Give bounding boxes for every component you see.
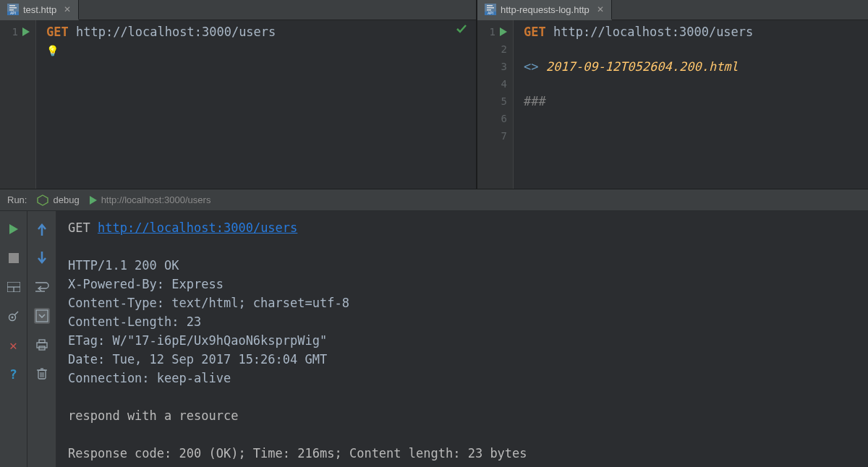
- run-panel: ✕ ? GET http://localhost:3000/users HTTP…: [0, 211, 868, 467]
- help-button[interactable]: ?: [6, 366, 22, 382]
- editor-body-right[interactable]: 1 2 3 4 5 6 7 GET http://localhost:3000/…: [477, 20, 868, 189]
- scroll-to-end-icon[interactable]: [34, 308, 50, 324]
- line-number: 4: [501, 78, 507, 90]
- line-number: 2: [501, 43, 507, 55]
- svg-point-22: [11, 317, 13, 319]
- close-icon[interactable]: ✕: [64, 4, 71, 14]
- gutter-left: 1: [0, 20, 36, 189]
- svg-rect-4: [9, 7, 17, 9]
- svg-line-21: [14, 312, 18, 315]
- tab-test-http[interactable]: API test.http ✕: [0, 0, 79, 20]
- console-header: Date: Tue, 12 Sep 2017 15:26:04 GMT: [68, 352, 327, 367]
- svg-marker-14: [38, 195, 48, 205]
- line-number: 3: [501, 61, 507, 72]
- svg-rect-12: [487, 9, 491, 11]
- tab-label: http-requests-log.http: [501, 4, 590, 15]
- console-url-link[interactable]: http://localhost:3000/users: [98, 220, 297, 235]
- code-area-right[interactable]: GET http://localhost:3000/users <> 2017-…: [514, 20, 868, 189]
- run-url[interactable]: http://localhost:3000/users: [101, 194, 211, 205]
- line-number: 1: [490, 26, 495, 38]
- run-icon[interactable]: [22, 27, 30, 36]
- svg-rect-10: [487, 5, 493, 7]
- console-header: X-Powered-By: Express: [68, 277, 224, 291]
- print-icon[interactable]: [34, 337, 50, 353]
- console-header: Content-Length: 23: [68, 314, 201, 329]
- svg-text:API: API: [488, 11, 493, 15]
- svg-marker-13: [500, 27, 507, 36]
- svg-rect-27: [37, 343, 47, 348]
- svg-rect-11: [487, 7, 494, 9]
- layout-icon[interactable]: [6, 279, 22, 295]
- code-area-left[interactable]: GET http://localhost:3000/users 💡: [36, 20, 476, 189]
- run-icon: [90, 196, 97, 205]
- line-number: 5: [501, 95, 507, 107]
- run-label: Run:: [7, 194, 27, 205]
- svg-rect-5: [9, 9, 14, 11]
- trash-icon[interactable]: [34, 366, 50, 382]
- rerun-button[interactable]: [6, 221, 22, 237]
- console-header: ETag: W/"17-i6pE/Ux9hQaoN6ksprpWig": [68, 333, 327, 348]
- check-icon[interactable]: [456, 23, 467, 35]
- http-method: GET: [46, 25, 69, 39]
- svg-marker-15: [90, 196, 97, 205]
- separator: ###: [524, 94, 546, 108]
- stop-button[interactable]: [6, 250, 22, 266]
- svg-marker-16: [9, 224, 18, 234]
- editor-left: API test.http ✕ 1 GET http://localhost:3…: [0, 0, 477, 189]
- line-number: 6: [501, 113, 507, 124]
- tabs-left: API test.http ✕: [0, 0, 476, 20]
- svg-text:API: API: [10, 11, 16, 15]
- http-url: http://localhost:3000/users: [76, 25, 276, 39]
- http-method: GET: [524, 25, 546, 39]
- pin-icon[interactable]: [6, 308, 22, 324]
- svg-marker-6: [22, 27, 30, 36]
- api-file-icon: API: [485, 4, 496, 15]
- down-button[interactable]: [34, 250, 50, 266]
- nodejs-icon: [37, 194, 48, 206]
- response-file[interactable]: 2017-09-12T052604.200.html: [546, 59, 739, 74]
- tab-label: test.http: [23, 4, 56, 15]
- run-header: Run: debug http://localhost:3000/users: [0, 189, 868, 211]
- line-number: 7: [501, 130, 507, 142]
- wrap-icon[interactable]: [34, 279, 50, 295]
- gutter-right: 1 2 3 4 5 6 7: [477, 20, 514, 189]
- console-body: respond with a resource: [68, 408, 238, 423]
- api-file-icon: API: [7, 4, 19, 15]
- up-button[interactable]: [34, 221, 50, 237]
- console-output[interactable]: GET http://localhost:3000/users HTTP/1.1…: [56, 211, 868, 467]
- console-header: Content-Type: text/html; charset=utf-8: [68, 296, 349, 310]
- console-method: GET: [68, 220, 90, 235]
- console-header: Connection: keep-alive: [68, 371, 231, 385]
- http-url: http://localhost:3000/users: [553, 25, 753, 39]
- console-summary: Response code: 200 (OK); Time: 216ms; Co…: [68, 446, 527, 460]
- editor-split: API test.http ✕ 1 GET http://localhost:3…: [0, 0, 868, 189]
- editor-right: API http-requests-log.http ✕ 1 2 3 4 5 6…: [477, 0, 868, 189]
- run-config-debug[interactable]: debug: [53, 194, 79, 205]
- run-tool-column-1: ✕ ?: [0, 211, 27, 467]
- tabs-right: API http-requests-log.http ✕: [477, 0, 868, 20]
- intention-bulb-icon[interactable]: 💡: [46, 42, 59, 59]
- svg-rect-26: [36, 310, 48, 322]
- editor-body-left[interactable]: 1 GET http://localhost:3000/users 💡: [0, 20, 476, 189]
- svg-rect-3: [9, 5, 15, 7]
- close-button[interactable]: ✕: [6, 337, 22, 353]
- run-tool-column-2: [27, 211, 56, 467]
- svg-rect-28: [39, 340, 45, 343]
- line-number: 1: [12, 26, 18, 38]
- console-header: HTTP/1.1 200 OK: [68, 258, 179, 273]
- tab-log-http[interactable]: API http-requests-log.http ✕: [477, 0, 612, 20]
- response-tag: <>: [524, 59, 538, 74]
- run-icon[interactable]: [500, 27, 507, 36]
- close-icon[interactable]: ✕: [597, 4, 604, 14]
